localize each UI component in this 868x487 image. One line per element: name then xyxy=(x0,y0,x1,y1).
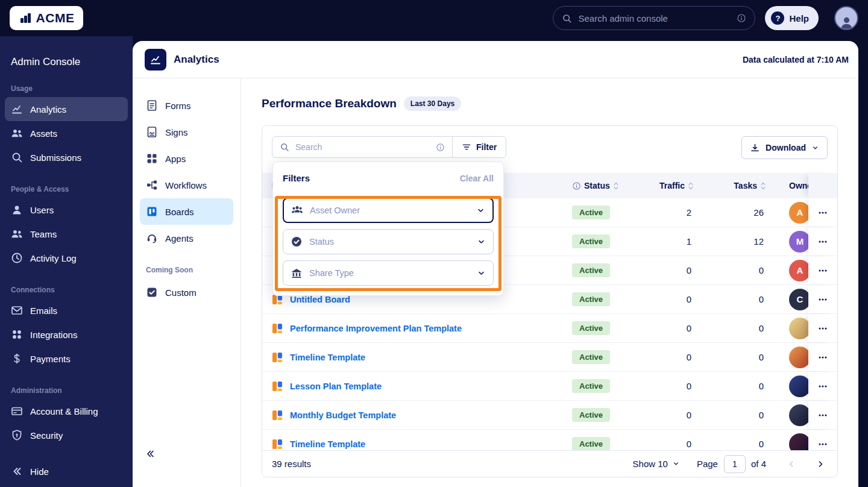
row-actions-button[interactable] xyxy=(814,320,831,337)
column-header-status[interactable]: Status xyxy=(561,173,646,198)
admin-search-input[interactable] xyxy=(578,13,731,24)
sidebar-item-users[interactable]: Users xyxy=(5,198,128,222)
boards-icon xyxy=(146,206,158,218)
status-select[interactable]: Status xyxy=(283,229,494,254)
show-per-page-dropdown[interactable]: Show 10 xyxy=(633,459,680,469)
subnav-item-label: Workflows xyxy=(165,180,207,190)
sidebar-item-submissions[interactable]: Submissions xyxy=(5,145,128,169)
info-icon[interactable] xyxy=(572,181,581,190)
subnav-item-signs[interactable]: Signs xyxy=(140,119,233,145)
sidebar-item-label: Security xyxy=(30,430,63,441)
row-actions-button[interactable] xyxy=(814,407,831,424)
more-dots-icon xyxy=(817,323,828,334)
traffic-value: 0 xyxy=(646,323,712,333)
chevron-left-icon xyxy=(787,459,796,469)
sort-icon[interactable] xyxy=(760,181,766,190)
row-actions-button[interactable] xyxy=(814,349,831,366)
sidebar-item-label: Analytics xyxy=(30,104,66,115)
tasks-value: 0 xyxy=(712,294,782,304)
owner-avatar[interactable]: C xyxy=(789,289,808,310)
sidebar-item-teams[interactable]: Teams xyxy=(5,222,128,246)
board-name-link[interactable]: Timeline Template xyxy=(290,439,365,449)
results-count: 39 results xyxy=(272,459,311,469)
sidebar-item-analytics[interactable]: Analytics xyxy=(5,97,128,121)
sidebar-item-label: Emails xyxy=(30,306,57,316)
sort-icon[interactable] xyxy=(688,181,694,190)
owner-avatar[interactable] xyxy=(789,404,808,426)
search-icon xyxy=(562,13,572,24)
share-type-select[interactable]: Share Type xyxy=(283,260,494,286)
search-icon xyxy=(280,142,289,152)
acme-logo-icon xyxy=(19,11,32,25)
next-page-button[interactable] xyxy=(813,457,828,471)
board-name-link[interactable]: Performance Improvement Plan Template xyxy=(290,324,462,333)
select-placeholder: Asset Owner xyxy=(310,206,470,215)
account-billing-icon xyxy=(11,405,23,417)
row-actions-button[interactable] xyxy=(814,204,831,221)
sidebar-item-emails[interactable]: Emails xyxy=(5,298,128,322)
tasks-value: 0 xyxy=(712,352,782,362)
subnav-item-label: Signs xyxy=(165,127,188,137)
owner-avatar[interactable] xyxy=(789,433,808,451)
subnav-collapse-button[interactable] xyxy=(142,446,158,462)
page-number-input[interactable] xyxy=(724,455,746,473)
subnav-item-boards[interactable]: Boards xyxy=(140,198,233,225)
traffic-value: 0 xyxy=(646,265,712,275)
more-dots-icon xyxy=(817,236,828,247)
acme-logo[interactable]: ACME xyxy=(10,6,83,30)
owner-avatar[interactable]: M xyxy=(789,231,808,253)
owner-avatar[interactable]: A xyxy=(789,202,808,224)
teams-icon xyxy=(11,228,23,240)
subnav-item-workflows[interactable]: Workflows xyxy=(140,172,233,198)
subnav-item-label: Forms xyxy=(165,101,191,111)
column-header-owner[interactable]: Owner xyxy=(782,173,808,198)
owner-avatar[interactable] xyxy=(789,347,808,368)
row-actions-button[interactable] xyxy=(814,378,831,395)
help-button[interactable]: ? Help xyxy=(765,6,819,30)
clear-all-button[interactable]: Clear All xyxy=(460,174,494,183)
status-badge: Active xyxy=(572,263,610,277)
subnav-item-custom[interactable]: Custom xyxy=(140,279,233,306)
filter-button[interactable]: Filter xyxy=(452,136,506,158)
subnav-item-agents[interactable]: Agents xyxy=(140,225,233,251)
sidebar-item-security[interactable]: Security xyxy=(5,423,128,447)
sidebar-item-label: Payments xyxy=(30,354,71,364)
row-actions-button[interactable] xyxy=(814,233,831,250)
previous-page-button[interactable] xyxy=(784,457,799,471)
subnav-item-forms[interactable]: Forms xyxy=(140,92,233,119)
owner-avatar[interactable] xyxy=(789,375,808,397)
tasks-value: 0 xyxy=(712,381,782,391)
asset-owner-select[interactable]: Asset Owner xyxy=(283,198,494,223)
column-header-traffic[interactable]: Traffic xyxy=(646,173,712,198)
owner-avatar[interactable]: A xyxy=(789,260,808,281)
product-subnav: Forms Signs Apps Workflows Boards Agents xyxy=(133,78,241,487)
board-name-link[interactable]: Monthly Budget Template xyxy=(290,410,396,420)
row-actions-button[interactable] xyxy=(814,262,831,279)
user-avatar[interactable] xyxy=(834,6,858,30)
row-actions-button[interactable] xyxy=(814,436,831,451)
download-button[interactable]: Download xyxy=(741,136,828,159)
sidebar-item-payments[interactable]: Payments xyxy=(5,347,128,371)
info-icon[interactable] xyxy=(436,143,445,152)
info-icon[interactable] xyxy=(737,13,746,23)
assets-icon xyxy=(11,127,23,139)
sort-icon[interactable] xyxy=(613,181,619,190)
board-name-link[interactable]: Timeline Template xyxy=(290,353,365,362)
admin-search xyxy=(553,6,755,30)
sidebar-item-account-billing[interactable]: Account & Billing xyxy=(5,399,128,423)
table-search xyxy=(272,136,453,158)
sidebar-item-label: Integrations xyxy=(30,330,77,340)
owner-avatar[interactable] xyxy=(789,318,808,339)
table-search-input[interactable] xyxy=(295,142,430,152)
sidebar-item-label: Activity Log xyxy=(30,253,77,263)
column-header-tasks[interactable]: Tasks xyxy=(712,173,782,198)
chevron-down-icon xyxy=(476,206,485,215)
sidebar-hide-button[interactable]: Hide xyxy=(5,459,128,483)
sidebar-item-activity-log[interactable]: Activity Log xyxy=(5,246,128,270)
subnav-item-apps[interactable]: Apps xyxy=(140,145,233,172)
row-actions-button[interactable] xyxy=(814,291,831,308)
sidebar-item-integrations[interactable]: Integrations xyxy=(5,322,128,347)
sidebar-item-assets[interactable]: Assets xyxy=(5,121,128,145)
board-name-link[interactable]: Lesson Plan Template xyxy=(290,382,382,391)
select-placeholder: Share Type xyxy=(309,268,470,278)
